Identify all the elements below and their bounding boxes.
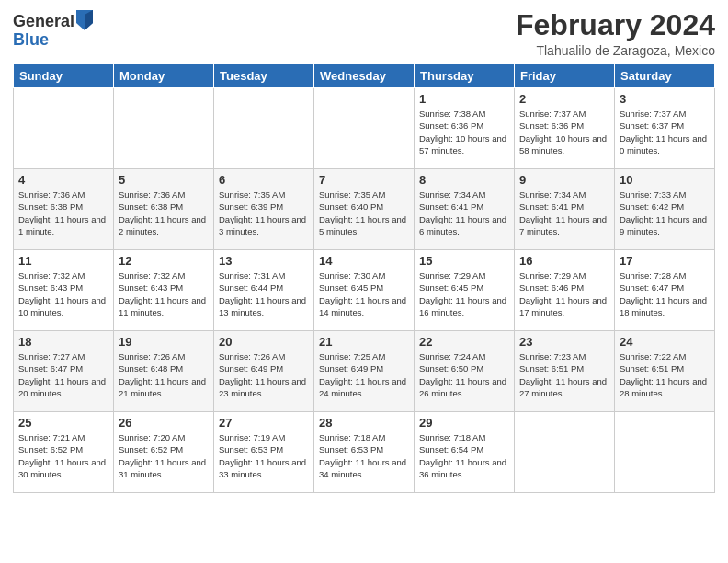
- day-info: Sunrise: 7:31 AMSunset: 6:44 PMDaylight:…: [219, 270, 309, 318]
- day-info: Sunrise: 7:35 AMSunset: 6:39 PMDaylight:…: [219, 189, 309, 237]
- table-row: 2Sunrise: 7:37 AMSunset: 6:36 PMDaylight…: [515, 88, 615, 169]
- calendar-header-row: Sunday Monday Tuesday Wednesday Thursday…: [14, 64, 715, 88]
- table-row: [14, 88, 114, 169]
- table-row: 22Sunrise: 7:24 AMSunset: 6:50 PMDayligh…: [415, 331, 515, 412]
- table-row: [615, 412, 715, 493]
- day-info: Sunrise: 7:34 AMSunset: 6:41 PMDaylight:…: [419, 189, 509, 237]
- day-number: 7: [319, 173, 409, 187]
- header-wednesday: Wednesday: [314, 64, 415, 88]
- day-number: 17: [620, 254, 710, 268]
- header-tuesday: Tuesday: [214, 64, 314, 88]
- header-thursday: Thursday: [415, 64, 515, 88]
- table-row: 14Sunrise: 7:30 AMSunset: 6:45 PMDayligh…: [314, 250, 415, 331]
- day-number: 29: [419, 416, 509, 430]
- day-info: Sunrise: 7:20 AMSunset: 6:52 PMDaylight:…: [119, 431, 209, 480]
- day-number: 25: [18, 416, 108, 430]
- day-info: Sunrise: 7:29 AMSunset: 6:45 PMDaylight:…: [419, 270, 509, 318]
- table-row: 23Sunrise: 7:23 AMSunset: 6:51 PMDayligh…: [515, 331, 615, 412]
- table-row: 6Sunrise: 7:35 AMSunset: 6:39 PMDaylight…: [214, 169, 314, 250]
- table-row: 16Sunrise: 7:29 AMSunset: 6:46 PMDayligh…: [515, 250, 615, 331]
- table-row: 11Sunrise: 7:32 AMSunset: 6:43 PMDayligh…: [14, 250, 114, 331]
- calendar-week-row: 1Sunrise: 7:38 AMSunset: 6:36 PMDaylight…: [14, 88, 715, 169]
- day-number: 9: [519, 173, 609, 187]
- day-info: Sunrise: 7:23 AMSunset: 6:51 PMDaylight:…: [519, 350, 609, 399]
- day-number: 6: [219, 173, 309, 187]
- month-title: February 2024: [516, 9, 715, 41]
- table-row: 3Sunrise: 7:37 AMSunset: 6:37 PMDaylight…: [615, 88, 715, 169]
- table-row: 25Sunrise: 7:21 AMSunset: 6:52 PMDayligh…: [14, 412, 114, 493]
- logo-general-text: General: [13, 13, 74, 31]
- day-info: Sunrise: 7:19 AMSunset: 6:53 PMDaylight:…: [219, 431, 309, 480]
- table-row: [214, 88, 314, 169]
- day-info: Sunrise: 7:25 AMSunset: 6:49 PMDaylight:…: [319, 350, 409, 399]
- table-row: 4Sunrise: 7:36 AMSunset: 6:38 PMDaylight…: [14, 169, 114, 250]
- day-number: 22: [419, 335, 509, 349]
- day-number: 8: [419, 173, 509, 187]
- day-number: 21: [319, 335, 409, 349]
- table-row: 12Sunrise: 7:32 AMSunset: 6:43 PMDayligh…: [114, 250, 214, 331]
- logo: General Blue: [13, 13, 93, 50]
- calendar-table: Sunday Monday Tuesday Wednesday Thursday…: [13, 63, 715, 493]
- table-row: 17Sunrise: 7:28 AMSunset: 6:47 PMDayligh…: [615, 250, 715, 331]
- header-saturday: Saturday: [615, 64, 715, 88]
- logo-icon: [76, 10, 93, 30]
- day-number: 27: [219, 416, 309, 430]
- header: General Blue February 2024 Tlahualilo de…: [13, 9, 715, 58]
- logo-blue-text: Blue: [13, 31, 93, 50]
- table-row: 13Sunrise: 7:31 AMSunset: 6:44 PMDayligh…: [214, 250, 314, 331]
- table-row: 5Sunrise: 7:36 AMSunset: 6:38 PMDaylight…: [114, 169, 214, 250]
- day-info: Sunrise: 7:28 AMSunset: 6:47 PMDaylight:…: [620, 270, 710, 318]
- table-row: 15Sunrise: 7:29 AMSunset: 6:45 PMDayligh…: [415, 250, 515, 331]
- day-info: Sunrise: 7:34 AMSunset: 6:41 PMDaylight:…: [519, 189, 609, 237]
- day-number: 16: [519, 254, 609, 268]
- day-info: Sunrise: 7:21 AMSunset: 6:52 PMDaylight:…: [18, 431, 108, 480]
- day-info: Sunrise: 7:26 AMSunset: 6:49 PMDaylight:…: [219, 350, 309, 399]
- day-number: 18: [18, 335, 108, 349]
- table-row: [314, 88, 415, 169]
- location: Tlahualilo de Zaragoza, Mexico: [516, 43, 715, 58]
- day-number: 2: [519, 92, 609, 106]
- table-row: [515, 412, 615, 493]
- day-number: 15: [419, 254, 509, 268]
- day-number: 24: [620, 335, 710, 349]
- day-number: 20: [219, 335, 309, 349]
- calendar-week-row: 4Sunrise: 7:36 AMSunset: 6:38 PMDaylight…: [14, 169, 715, 250]
- day-number: 14: [319, 254, 409, 268]
- day-info: Sunrise: 7:36 AMSunset: 6:38 PMDaylight:…: [119, 189, 209, 237]
- day-info: Sunrise: 7:27 AMSunset: 6:47 PMDaylight:…: [18, 350, 108, 399]
- day-info: Sunrise: 7:32 AMSunset: 6:43 PMDaylight:…: [119, 270, 209, 318]
- table-row: 10Sunrise: 7:33 AMSunset: 6:42 PMDayligh…: [615, 169, 715, 250]
- day-number: 5: [119, 173, 209, 187]
- table-row: [114, 88, 214, 169]
- calendar-page: General Blue February 2024 Tlahualilo de…: [0, 0, 728, 563]
- table-row: 28Sunrise: 7:18 AMSunset: 6:53 PMDayligh…: [314, 412, 415, 493]
- table-row: 1Sunrise: 7:38 AMSunset: 6:36 PMDaylight…: [415, 88, 515, 169]
- table-row: 18Sunrise: 7:27 AMSunset: 6:47 PMDayligh…: [14, 331, 114, 412]
- day-info: Sunrise: 7:36 AMSunset: 6:38 PMDaylight:…: [18, 189, 108, 237]
- day-info: Sunrise: 7:33 AMSunset: 6:42 PMDaylight:…: [620, 189, 710, 237]
- day-number: 12: [119, 254, 209, 268]
- header-monday: Monday: [114, 64, 214, 88]
- day-number: 28: [319, 416, 409, 430]
- table-row: 24Sunrise: 7:22 AMSunset: 6:51 PMDayligh…: [615, 331, 715, 412]
- day-info: Sunrise: 7:30 AMSunset: 6:45 PMDaylight:…: [319, 270, 409, 318]
- day-info: Sunrise: 7:18 AMSunset: 6:53 PMDaylight:…: [319, 431, 409, 480]
- header-friday: Friday: [515, 64, 615, 88]
- header-sunday: Sunday: [14, 64, 114, 88]
- day-number: 10: [620, 173, 710, 187]
- table-row: 9Sunrise: 7:34 AMSunset: 6:41 PMDaylight…: [515, 169, 615, 250]
- day-number: 26: [119, 416, 209, 430]
- day-number: 1: [419, 92, 509, 106]
- day-number: 23: [519, 335, 609, 349]
- table-row: 8Sunrise: 7:34 AMSunset: 6:41 PMDaylight…: [415, 169, 515, 250]
- day-info: Sunrise: 7:38 AMSunset: 6:36 PMDaylight:…: [419, 108, 509, 156]
- day-number: 13: [219, 254, 309, 268]
- day-info: Sunrise: 7:18 AMSunset: 6:54 PMDaylight:…: [419, 431, 509, 480]
- day-info: Sunrise: 7:37 AMSunset: 6:37 PMDaylight:…: [620, 108, 710, 156]
- day-info: Sunrise: 7:22 AMSunset: 6:51 PMDaylight:…: [620, 350, 710, 399]
- calendar-week-row: 11Sunrise: 7:32 AMSunset: 6:43 PMDayligh…: [14, 250, 715, 331]
- day-info: Sunrise: 7:37 AMSunset: 6:36 PMDaylight:…: [519, 108, 609, 156]
- day-number: 4: [18, 173, 108, 187]
- calendar-week-row: 25Sunrise: 7:21 AMSunset: 6:52 PMDayligh…: [14, 412, 715, 493]
- day-info: Sunrise: 7:29 AMSunset: 6:46 PMDaylight:…: [519, 270, 609, 318]
